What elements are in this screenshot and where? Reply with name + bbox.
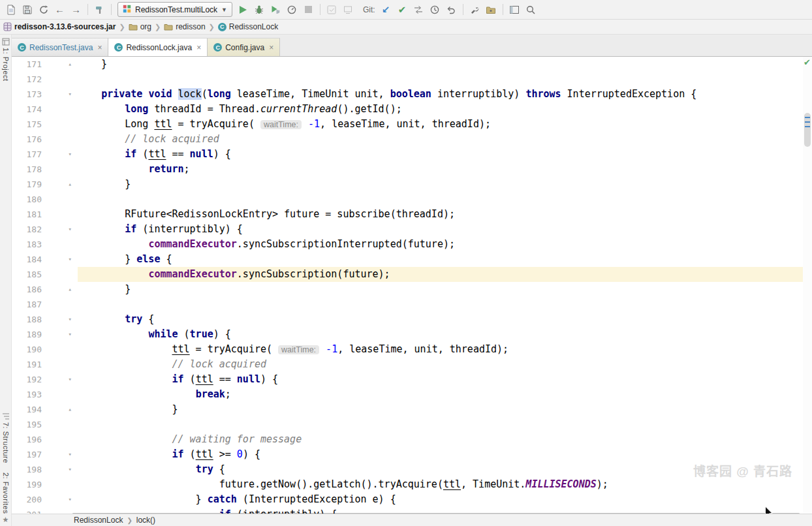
forward-icon[interactable]: → [68, 3, 84, 17]
sync-icon[interactable] [35, 3, 52, 17]
restore-layout-icon[interactable] [507, 3, 523, 17]
run-icon[interactable] [235, 3, 251, 17]
code-line[interactable]: 193 break; [12, 387, 803, 402]
stop-icon[interactable] [300, 3, 317, 17]
rollback-icon[interactable] [443, 3, 460, 17]
project-structure-icon[interactable] [483, 3, 499, 17]
code-line[interactable]: 189▾ while (true) { [12, 327, 803, 342]
git-update-icon[interactable]: ↙ [378, 3, 394, 17]
code-line[interactable]: 176 // lock acquired [12, 132, 803, 147]
code-text: // waiting for message [78, 432, 803, 447]
code-line[interactable]: 186▴ } [12, 282, 803, 297]
code-line[interactable]: 198▾ try { [12, 462, 803, 477]
build-hammer-icon[interactable] [91, 3, 108, 17]
back-icon[interactable]: ← [52, 3, 68, 17]
debug-icon[interactable] [251, 3, 268, 17]
code-line[interactable]: 185 commandExecutor.syncSubscription(fut… [12, 267, 803, 282]
save-icon[interactable] [19, 3, 35, 17]
code-line[interactable]: 172 [12, 72, 803, 87]
code-line[interactable]: 194▴ } [12, 402, 803, 417]
code-line[interactable]: 177▾ if (ttl == null) { [12, 147, 803, 162]
breadcrumb-jar[interactable]: redisson-3.13.6-sources.jar [3, 22, 116, 31]
crumb-class[interactable]: RedissonLock [74, 516, 123, 525]
run-config-selector[interactable]: RedissonTest.multiLock ▼ [117, 2, 232, 17]
fold-close-icon[interactable]: ▴ [46, 177, 78, 192]
code-text: Long ttl = tryAcquire( waitTime: -1, lea… [78, 117, 803, 132]
code-line[interactable]: 190 ttl = tryAcquire( waitTime: -1, leas… [12, 342, 803, 357]
wrench-icon[interactable] [467, 3, 483, 17]
line-number: 175 [12, 117, 46, 132]
breadcrumb-class[interactable]: C RedissonLock [218, 22, 278, 31]
jar-icon [3, 22, 12, 31]
run-coverage-icon[interactable] [268, 3, 284, 17]
services-icon[interactable] [324, 3, 340, 17]
editor-scrollbar[interactable]: ✔ [803, 57, 812, 514]
code-line[interactable]: 199 future.getNow().getLatch().tryAcquir… [12, 477, 803, 492]
code-line[interactable]: 183 commandExecutor.syncSubscriptionInte… [12, 237, 803, 252]
crumb-method[interactable]: lock() [136, 516, 155, 525]
fold-open-icon[interactable]: ▾ [46, 327, 78, 342]
history-clock-icon[interactable] [427, 3, 443, 17]
code-line[interactable]: 179▴ } [12, 177, 803, 192]
code-line[interactable]: 191 // lock acquired [12, 357, 803, 372]
breadcrumb-redisson[interactable]: redisson [164, 22, 205, 31]
left-tool-window-bar: 1: Project 7: Structure 2: Favorites ★ [0, 35, 12, 526]
code-line[interactable]: 182▾ if (interruptibly) { [12, 222, 803, 237]
tab-redissontest[interactable]: C RedissonTest.java × [12, 38, 108, 56]
breadcrumb-org[interactable]: org [129, 22, 151, 31]
project-tool-icon[interactable] [2, 38, 10, 46]
open-file-icon[interactable] [3, 3, 19, 17]
search-everywhere-icon[interactable] [523, 3, 539, 17]
code-line[interactable]: 187 [12, 297, 803, 312]
code-line[interactable]: 178 return; [12, 162, 803, 177]
git-compare-icon[interactable] [411, 3, 427, 17]
code-line[interactable]: 184▾ } else { [12, 252, 803, 267]
main-toolbar: ← → RedissonTest.multiLock ▼ Git: ↙ ✔ [0, 0, 812, 20]
fold-close-icon[interactable]: ▴ [46, 282, 78, 297]
code-line[interactable]: 175 Long ttl = tryAcquire( waitTime: -1,… [12, 117, 803, 132]
tool-button-structure[interactable]: 7: Structure [2, 422, 10, 463]
structure-tool-icon[interactable] [2, 412, 10, 420]
code-line[interactable]: 197▾ if (ttl >= 0) { [12, 447, 803, 462]
line-number: 200 [12, 492, 46, 507]
code-line[interactable]: 196 // waiting for message [12, 432, 803, 447]
code-line[interactable]: 171▴ } [12, 57, 803, 72]
favorites-star-icon[interactable]: ★ [3, 516, 9, 523]
tab-config[interactable]: C Config.java × [208, 38, 280, 56]
code-line[interactable]: 188▾ try { [12, 312, 803, 327]
close-icon[interactable]: × [97, 43, 102, 52]
git-commit-icon[interactable]: ✔ [394, 3, 411, 17]
tool-button-project[interactable]: 1: Project [2, 48, 10, 81]
fold-open-icon[interactable]: ▾ [46, 252, 78, 267]
fold-spacer [46, 477, 78, 492]
fold-open-icon[interactable]: ▾ [46, 222, 78, 237]
fold-open-icon[interactable]: ▾ [46, 447, 78, 462]
close-icon[interactable]: × [269, 43, 273, 52]
attach-icon[interactable] [340, 3, 356, 17]
inspections-ok-icon[interactable]: ✔ [804, 57, 811, 67]
tool-button-favorites[interactable]: 2: Favorites [2, 472, 10, 514]
code-line[interactable]: 200▾ } catch (InterruptedException e) { [12, 492, 803, 507]
fold-open-icon[interactable]: ▾ [46, 492, 78, 507]
code-line[interactable]: 195 [12, 417, 803, 432]
horizontal-scrollbar-thumb[interactable] [72, 513, 800, 514]
code-line[interactable]: 174 long threadId = Thread.currentThread… [12, 102, 803, 117]
line-number: 187 [12, 297, 46, 312]
code-line[interactable]: 173▾ private void lock(long leaseTime, T… [12, 87, 803, 102]
fold-open-icon[interactable]: ▾ [46, 147, 78, 162]
profiler-icon[interactable] [284, 3, 300, 17]
code-editor[interactable]: 171▴ }172173▾ private void lock(long lea… [12, 57, 812, 514]
line-number: 181 [12, 207, 46, 222]
tab-redissonlock[interactable]: C RedissonLock.java × [108, 38, 208, 56]
fold-open-icon[interactable]: ▾ [46, 312, 78, 327]
fold-open-icon[interactable]: ▾ [46, 87, 78, 102]
line-number: 182 [12, 222, 46, 237]
code-line[interactable]: 181 RFuture<RedissonLockEntry> future = … [12, 207, 803, 222]
close-icon[interactable]: × [196, 43, 201, 52]
fold-close-icon[interactable]: ▴ [46, 402, 78, 417]
fold-close-icon[interactable]: ▴ [46, 57, 78, 72]
code-line[interactable]: 192▾ if (ttl == null) { [12, 372, 803, 387]
code-line[interactable]: 180 [12, 192, 803, 207]
fold-open-icon[interactable]: ▾ [46, 372, 78, 387]
fold-open-icon[interactable]: ▾ [46, 462, 78, 477]
